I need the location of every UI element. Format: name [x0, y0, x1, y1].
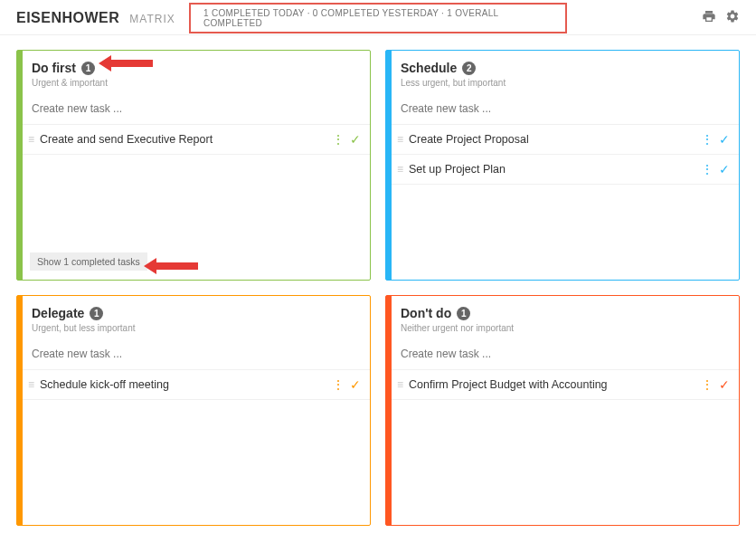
quadrant-do-first: Do first 1 Urgent & important ≡ Create a… [16, 50, 371, 281]
quadrant-title: Don't do 1 [401, 306, 470, 320]
task-row[interactable]: ≡ Schedule kick-off meeting ⋮ ✓ [17, 369, 370, 400]
task-menu-icon[interactable]: ⋮ [701, 163, 713, 176]
task-complete-icon[interactable]: ✓ [350, 377, 361, 392]
print-icon[interactable] [702, 9, 716, 27]
header-actions [702, 9, 740, 27]
quadrant-dont-do: Don't do 1 Neither urgent nor important … [385, 295, 740, 526]
task-actions: ⋮ ✓ [701, 132, 730, 147]
quadrant-subtitle: Less urgent, but important [401, 78, 726, 88]
task-actions: ⋮ ✓ [332, 377, 361, 392]
task-text: Schedule kick-off meeting [40, 378, 325, 391]
drag-handle-icon[interactable]: ≡ [28, 133, 33, 146]
task-menu-icon[interactable]: ⋮ [332, 378, 345, 391]
task-actions: ⋮ ✓ [332, 132, 361, 147]
quadrant-subtitle: Urgent, but less important [32, 323, 357, 333]
brand-sub: MATRIX [129, 13, 175, 25]
task-complete-icon[interactable]: ✓ [719, 162, 730, 176]
quadrant-title: Do first 1 [32, 61, 95, 75]
quadrant-title-text: Do first [32, 61, 76, 75]
task-complete-icon[interactable]: ✓ [719, 377, 730, 392]
task-menu-icon[interactable]: ⋮ [701, 133, 713, 146]
settings-icon[interactable] [725, 9, 740, 27]
task-count-badge: 1 [457, 307, 470, 320]
new-task-input[interactable] [386, 93, 739, 124]
task-count-badge: 2 [462, 62, 476, 75]
task-row[interactable]: ≡ Create Project Proposal ⋮ ✓ [386, 124, 739, 154]
new-task-input[interactable] [386, 338, 739, 369]
drag-handle-icon[interactable]: ≡ [397, 163, 402, 176]
quadrant-header: Don't do 1 Neither urgent nor important [386, 296, 739, 338]
new-task-input[interactable] [17, 93, 370, 124]
task-menu-icon[interactable]: ⋮ [701, 378, 713, 391]
drag-handle-icon[interactable]: ≡ [28, 378, 33, 391]
task-text: Create and send Executive Report [40, 133, 325, 146]
task-row[interactable]: ≡ Set up Project Plan ⋮ ✓ [386, 154, 739, 185]
quadrant-header: Delegate 1 Urgent, but less important [17, 296, 370, 338]
show-completed-button[interactable]: Show 1 completed tasks [30, 252, 147, 271]
quadrant-subtitle: Urgent & important [32, 78, 357, 88]
task-list: ≡ Schedule kick-off meeting ⋮ ✓ [17, 369, 370, 400]
app-header: EISENHOWER MATRIX 1 COMPLETED TODAY · 0 … [0, 0, 756, 35]
task-menu-icon[interactable]: ⋮ [332, 133, 345, 146]
new-task-input[interactable] [17, 338, 370, 369]
quadrant-title-text: Delegate [32, 306, 84, 320]
task-text: Set up Project Plan [409, 163, 694, 176]
quadrant-title-text: Schedule [401, 61, 457, 75]
task-text: Create Project Proposal [409, 133, 694, 146]
task-list: ≡ Create and send Executive Report ⋮ ✓ [17, 124, 370, 155]
quadrant-title: Schedule 2 [401, 61, 476, 75]
task-list: ≡ Create Project Proposal ⋮ ✓ ≡ Set up P… [386, 124, 739, 185]
task-complete-icon[interactable]: ✓ [350, 132, 361, 147]
drag-handle-icon[interactable]: ≡ [397, 133, 402, 146]
quadrant-delegate: Delegate 1 Urgent, but less important ≡ … [16, 295, 371, 526]
brand-strong: EISENHOWER [16, 10, 119, 25]
task-list: ≡ Confirm Project Budget with Accounting… [386, 369, 739, 400]
quadrant-header: Do first 1 Urgent & important [17, 51, 370, 93]
task-actions: ⋮ ✓ [701, 377, 730, 392]
app-logo: EISENHOWER MATRIX [16, 10, 175, 26]
task-actions: ⋮ ✓ [701, 162, 730, 176]
task-count-badge: 1 [90, 307, 103, 320]
task-row[interactable]: ≡ Confirm Project Budget with Accounting… [386, 369, 739, 400]
quadrant-schedule: Schedule 2 Less urgent, but important ≡ … [385, 50, 740, 281]
annotation-arrow-icon [144, 258, 198, 274]
task-row[interactable]: ≡ Create and send Executive Report ⋮ ✓ [17, 124, 370, 155]
task-complete-icon[interactable]: ✓ [719, 132, 730, 147]
quadrant-subtitle: Neither urgent nor important [401, 323, 726, 333]
matrix-grid: Do first 1 Urgent & important ≡ Create a… [0, 35, 756, 540]
quadrant-title: Delegate 1 [32, 306, 103, 320]
annotation-arrow-icon [99, 55, 153, 71]
quadrant-header: Schedule 2 Less urgent, but important [386, 51, 739, 93]
completion-stats: 1 COMPLETED TODAY · 0 COMPLETED YESTERDA… [189, 3, 567, 33]
task-count-badge: 1 [81, 62, 95, 75]
task-text: Confirm Project Budget with Accounting [409, 378, 694, 391]
drag-handle-icon[interactable]: ≡ [397, 378, 402, 391]
quadrant-title-text: Don't do [401, 306, 451, 320]
